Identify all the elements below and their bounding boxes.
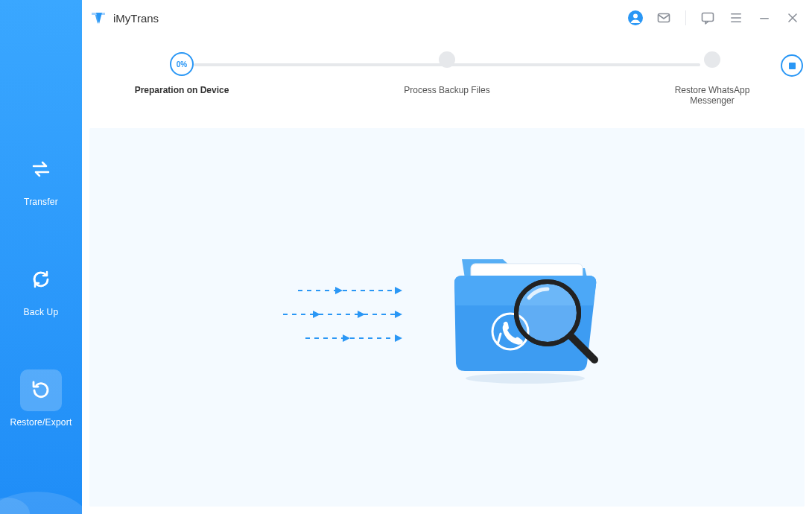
content-area [89,128,805,507]
svg-rect-6 [731,13,741,15]
sidebar-cloud-decoration [0,469,82,514]
titlebar-buttons [627,9,802,27]
illustration [283,238,611,390]
titlebar: iMyTrans [82,0,812,36]
step-process-backup: Process Backup Files [387,52,507,95]
sidebar-label-restore: Restore/Export [10,417,72,428]
svg-marker-16 [313,311,320,318]
app-logo: iMyTrans [89,9,159,27]
titlebar-divider [685,10,686,25]
sidebar-label-transfer: Transfer [24,197,58,207]
menu-icon[interactable] [727,9,745,27]
sidebar-item-transfer[interactable]: Transfer [0,149,82,207]
progress-percent: 0% [177,60,187,69]
progress-steps: 0% Preparation on Device Process Backup … [82,36,812,106]
stop-button[interactable] [781,54,803,77]
svg-marker-12 [335,287,343,294]
sidebar: Transfer Back Up Restore/Exp [0,0,82,514]
minimize-button[interactable] [755,9,773,27]
svg-rect-7 [731,17,741,19]
refresh-icon [30,268,52,293]
svg-marker-15 [358,311,365,318]
account-icon[interactable] [627,9,644,27]
arrow-row-2 [283,309,410,320]
step-label-1: Preparation on Device [135,85,229,95]
step-node-3 [704,51,720,68]
svg-point-3 [633,14,638,19]
restore-icon [30,378,52,403]
svg-rect-8 [731,21,741,22]
step-restore-whatsapp: Restore WhatsApp Messenger [653,52,772,106]
svg-marker-11 [395,287,402,294]
mail-icon[interactable] [655,9,673,27]
folder-illustration [440,238,611,390]
step-label-3: Restore WhatsApp Messenger [653,85,772,106]
svg-marker-19 [343,334,350,342]
svg-marker-18 [395,334,402,342]
step-label-2: Process Backup Files [404,85,489,95]
svg-point-25 [466,373,585,384]
main: iMyTrans [82,0,812,514]
dashed-arrows [283,285,410,343]
step-node-2 [439,51,455,68]
arrow-row-1 [283,285,410,296]
feedback-icon[interactable] [699,9,717,27]
svg-rect-9 [760,18,769,19]
sidebar-label-backup: Back Up [24,307,59,317]
svg-marker-14 [395,311,402,318]
app-logo-icon [89,9,107,27]
transfer-icon [30,158,52,183]
close-button[interactable] [784,9,802,27]
sidebar-item-backup[interactable]: Back Up [0,259,82,317]
app-name: iMyTrans [113,12,159,25]
step-node-progress: 0% [170,52,194,76]
sidebar-item-restore-export[interactable]: Restore/Export [0,369,82,428]
stop-icon [789,63,796,69]
svg-rect-4 [659,14,670,22]
step-preparation: 0% Preparation on Device [122,52,241,95]
arrow-row-3 [283,333,410,343]
svg-rect-5 [702,13,714,22]
